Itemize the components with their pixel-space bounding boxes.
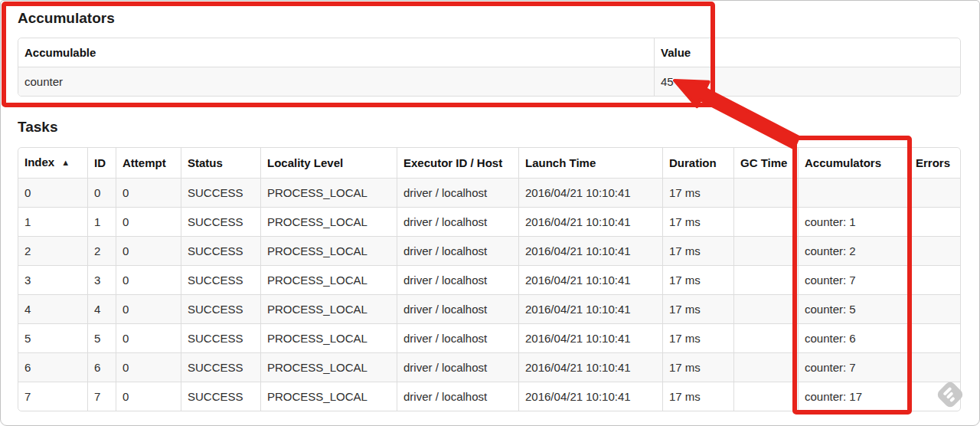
- table-cell: 0: [116, 207, 181, 236]
- table-cell: 17 ms: [662, 382, 733, 411]
- column-header-locality-level[interactable]: Locality Level: [260, 148, 397, 178]
- table-row: 770SUCCESSPROCESS_LOCALdriver / localhos…: [18, 382, 960, 411]
- table-cell: [909, 382, 960, 411]
- table-cell: [733, 323, 798, 352]
- table-cell: 5: [87, 323, 116, 352]
- page-content: Accumulators AccumulableValue counter45 …: [1, 9, 979, 411]
- table-cell: 1: [18, 207, 87, 236]
- accumulators-section-heading: Accumulators: [18, 9, 961, 28]
- table-cell: 4: [87, 294, 116, 323]
- table-cell: driver / localhost: [397, 382, 518, 411]
- table-cell: SUCCESS: [181, 265, 260, 294]
- tasks-table: Index▲IDAttemptStatusLocality LevelExecu…: [18, 147, 961, 411]
- table-cell: PROCESS_LOCAL: [260, 178, 397, 207]
- column-header-gc-time[interactable]: GC Time: [733, 148, 798, 178]
- table-cell: PROCESS_LOCAL: [260, 382, 397, 411]
- spark-stage-detail-page: Accumulators AccumulableValue counter45 …: [0, 0, 980, 426]
- table-cell: 1: [87, 207, 116, 236]
- table-cell: [909, 236, 960, 265]
- column-header-accumulators[interactable]: Accumulators: [798, 148, 909, 178]
- table-cell: 0: [18, 178, 87, 207]
- table-cell: 45: [654, 67, 960, 96]
- table-cell: 5: [18, 323, 87, 352]
- sort-ascending-icon: ▲: [61, 155, 70, 171]
- table-row: 660SUCCESSPROCESS_LOCALdriver / localhos…: [18, 352, 960, 382]
- table-cell: 3: [87, 265, 116, 294]
- table-cell: 17 ms: [662, 178, 733, 207]
- column-header-launch-time[interactable]: Launch Time: [518, 148, 662, 178]
- table-cell: 2016/04/21 10:10:41: [518, 236, 662, 265]
- table-cell: 2016/04/21 10:10:41: [518, 323, 662, 352]
- tasks-table-head: Index▲IDAttemptStatusLocality LevelExecu…: [18, 148, 960, 178]
- table-cell: 2016/04/21 10:10:41: [518, 382, 662, 411]
- column-header-status[interactable]: Status: [181, 148, 260, 178]
- table-cell: 0: [116, 352, 181, 382]
- column-header-value[interactable]: Value: [654, 38, 960, 67]
- table-cell: [733, 382, 798, 411]
- table-cell: counter: 17: [798, 382, 909, 411]
- column-header-attempt[interactable]: Attempt: [116, 148, 181, 178]
- table-row: 330SUCCESSPROCESS_LOCALdriver / localhos…: [18, 265, 960, 294]
- table-cell: 2016/04/21 10:10:41: [518, 265, 662, 294]
- table-cell: PROCESS_LOCAL: [260, 265, 397, 294]
- table-cell: [798, 178, 909, 207]
- table-cell: 17 ms: [662, 265, 733, 294]
- table-cell: 17 ms: [662, 236, 733, 265]
- accumulators-table: AccumulableValue counter45: [18, 38, 961, 97]
- table-cell: PROCESS_LOCAL: [260, 323, 397, 352]
- table-cell: SUCCESS: [181, 236, 260, 265]
- table-row: 550SUCCESSPROCESS_LOCALdriver / localhos…: [18, 323, 960, 352]
- table-cell: counter: 2: [798, 236, 909, 265]
- table-cell: 2016/04/21 10:10:41: [518, 294, 662, 323]
- table-cell: [733, 352, 798, 382]
- table-cell: driver / localhost: [397, 265, 518, 294]
- table-row: 000SUCCESSPROCESS_LOCALdriver / localhos…: [18, 178, 960, 207]
- table-cell: [733, 207, 798, 236]
- table-cell: SUCCESS: [181, 178, 260, 207]
- table-cell: counter: 7: [798, 352, 909, 382]
- table-cell: 2016/04/21 10:10:41: [518, 207, 662, 236]
- table-cell: [909, 265, 960, 294]
- table-cell: 0: [87, 178, 116, 207]
- table-cell: counter: 7: [798, 265, 909, 294]
- column-header-id[interactable]: ID: [87, 148, 116, 178]
- table-cell: 6: [87, 352, 116, 382]
- table-cell: [733, 178, 798, 207]
- table-cell: 3: [18, 265, 87, 294]
- table-cell: PROCESS_LOCAL: [260, 207, 397, 236]
- table-cell: 0: [116, 236, 181, 265]
- table-cell: 0: [116, 382, 181, 411]
- table-cell: [909, 352, 960, 382]
- table-cell: 0: [116, 323, 181, 352]
- table-cell: [733, 236, 798, 265]
- table-cell: 0: [116, 294, 181, 323]
- table-cell: SUCCESS: [181, 207, 260, 236]
- column-header-errors[interactable]: Errors: [909, 148, 960, 178]
- accumulators-table-body: counter45: [18, 67, 960, 96]
- table-row: 220SUCCESSPROCESS_LOCALdriver / localhos…: [18, 236, 960, 265]
- table-cell: 7: [18, 382, 87, 411]
- table-cell: 17 ms: [662, 294, 733, 323]
- table-cell: driver / localhost: [397, 323, 518, 352]
- table-cell: [733, 265, 798, 294]
- table-cell: SUCCESS: [181, 352, 260, 382]
- table-cell: 4: [18, 294, 87, 323]
- table-cell: 6: [18, 352, 87, 382]
- accumulators-table-head: AccumulableValue: [18, 38, 960, 67]
- table-cell: driver / localhost: [397, 352, 518, 382]
- table-cell: 0: [116, 178, 181, 207]
- column-header-accumulable[interactable]: Accumulable: [18, 38, 654, 67]
- column-header-index[interactable]: Index▲: [18, 148, 87, 178]
- table-cell: SUCCESS: [181, 294, 260, 323]
- table-cell: driver / localhost: [397, 178, 518, 207]
- column-header-duration[interactable]: Duration: [662, 148, 733, 178]
- tasks-table-body: 000SUCCESSPROCESS_LOCALdriver / localhos…: [18, 178, 960, 411]
- column-header-executor-id-host[interactable]: Executor ID / Host: [397, 148, 518, 178]
- table-cell: driver / localhost: [397, 236, 518, 265]
- table-cell: driver / localhost: [397, 207, 518, 236]
- table-cell: [909, 294, 960, 323]
- table-cell: SUCCESS: [181, 323, 260, 352]
- tasks-section-heading: Tasks: [18, 118, 961, 136]
- table-cell: [909, 178, 960, 207]
- table-cell: 7: [87, 382, 116, 411]
